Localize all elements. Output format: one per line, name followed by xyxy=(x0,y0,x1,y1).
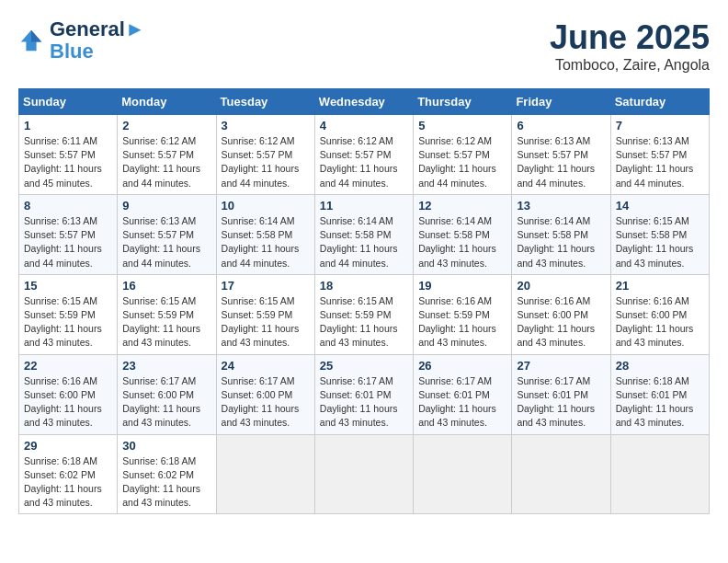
calendar-week-1: 1 Sunrise: 6:11 AM Sunset: 5:57 PM Dayli… xyxy=(19,115,710,195)
day-number: 1 xyxy=(24,119,112,132)
day-detail: Sunrise: 6:13 AM Sunset: 5:57 PM Dayligh… xyxy=(517,134,605,190)
day-number: 9 xyxy=(122,199,210,213)
calendar-header-row: SundayMondayTuesdayWednesdayThursdayFrid… xyxy=(19,89,710,115)
day-number: 14 xyxy=(616,199,704,213)
day-number: 30 xyxy=(122,439,210,453)
day-detail: Sunrise: 6:18 AM Sunset: 6:02 PM Dayligh… xyxy=(24,454,112,511)
day-number: 26 xyxy=(418,359,506,373)
day-detail: Sunrise: 6:15 AM Sunset: 5:59 PM Dayligh… xyxy=(122,294,210,350)
calendar-cell: 8 Sunrise: 6:13 AM Sunset: 5:57 PM Dayli… xyxy=(19,194,118,274)
calendar-cell xyxy=(216,434,314,514)
day-detail: Sunrise: 6:17 AM Sunset: 6:01 PM Dayligh… xyxy=(418,374,506,431)
calendar-cell: 15 Sunrise: 6:15 AM Sunset: 5:59 PM Dayl… xyxy=(19,274,118,354)
calendar-week-4: 22 Sunrise: 6:16 AM Sunset: 6:00 PM Dayl… xyxy=(19,354,710,434)
calendar-cell: 1 Sunrise: 6:11 AM Sunset: 5:57 PM Dayli… xyxy=(19,115,118,195)
calendar-cell: 22 Sunrise: 6:16 AM Sunset: 6:00 PM Dayl… xyxy=(19,354,118,434)
calendar-header-wednesday: Wednesday xyxy=(314,89,413,115)
day-detail: Sunrise: 6:18 AM Sunset: 6:02 PM Dayligh… xyxy=(122,454,210,511)
calendar-cell: 11 Sunrise: 6:14 AM Sunset: 5:58 PM Dayl… xyxy=(314,194,413,274)
day-detail: Sunrise: 6:14 AM Sunset: 5:58 PM Dayligh… xyxy=(517,214,605,270)
logo: General► Blue xyxy=(18,18,145,63)
day-number: 12 xyxy=(418,199,506,213)
day-number: 3 xyxy=(222,119,310,132)
calendar-cell: 5 Sunrise: 6:12 AM Sunset: 5:57 PM Dayli… xyxy=(414,115,512,195)
calendar-cell: 18 Sunrise: 6:15 AM Sunset: 5:59 PM Dayl… xyxy=(314,274,413,354)
svg-marker-1 xyxy=(31,30,41,42)
calendar-cell: 4 Sunrise: 6:12 AM Sunset: 5:57 PM Dayli… xyxy=(314,115,413,195)
calendar-table: SundayMondayTuesdayWednesdayThursdayFrid… xyxy=(18,88,710,514)
day-number: 28 xyxy=(616,359,704,373)
day-detail: Sunrise: 6:12 AM Sunset: 5:57 PM Dayligh… xyxy=(320,134,408,190)
day-detail: Sunrise: 6:12 AM Sunset: 5:57 PM Dayligh… xyxy=(122,134,210,190)
day-detail: Sunrise: 6:16 AM Sunset: 5:59 PM Dayligh… xyxy=(418,294,506,350)
calendar-cell xyxy=(610,434,709,514)
day-detail: Sunrise: 6:17 AM Sunset: 6:00 PM Dayligh… xyxy=(122,374,210,431)
day-number: 21 xyxy=(616,279,704,293)
calendar-cell: 17 Sunrise: 6:15 AM Sunset: 5:59 PM Dayl… xyxy=(216,274,314,354)
calendar-cell: 14 Sunrise: 6:15 AM Sunset: 5:58 PM Dayl… xyxy=(610,194,709,274)
calendar-cell: 6 Sunrise: 6:13 AM Sunset: 5:57 PM Dayli… xyxy=(512,115,610,195)
day-number: 22 xyxy=(24,359,112,373)
calendar-cell: 30 Sunrise: 6:18 AM Sunset: 6:02 PM Dayl… xyxy=(118,434,216,514)
day-number: 18 xyxy=(320,279,408,293)
calendar-header-saturday: Saturday xyxy=(610,89,709,115)
calendar-week-5: 29 Sunrise: 6:18 AM Sunset: 6:02 PM Dayl… xyxy=(19,434,710,514)
logo-text: General► Blue xyxy=(50,18,145,63)
calendar-header-tuesday: Tuesday xyxy=(216,89,314,115)
day-detail: Sunrise: 6:12 AM Sunset: 5:57 PM Dayligh… xyxy=(222,134,310,190)
day-detail: Sunrise: 6:11 AM Sunset: 5:57 PM Dayligh… xyxy=(24,134,112,190)
calendar-week-3: 15 Sunrise: 6:15 AM Sunset: 5:59 PM Dayl… xyxy=(19,274,710,354)
calendar-cell: 16 Sunrise: 6:15 AM Sunset: 5:59 PM Dayl… xyxy=(118,274,216,354)
day-number: 7 xyxy=(616,119,704,132)
day-number: 27 xyxy=(517,359,605,373)
day-detail: Sunrise: 6:13 AM Sunset: 5:57 PM Dayligh… xyxy=(122,214,210,270)
calendar-cell: 19 Sunrise: 6:16 AM Sunset: 5:59 PM Dayl… xyxy=(414,274,512,354)
day-detail: Sunrise: 6:14 AM Sunset: 5:58 PM Dayligh… xyxy=(222,214,310,270)
day-detail: Sunrise: 6:13 AM Sunset: 5:57 PM Dayligh… xyxy=(616,134,704,190)
day-detail: Sunrise: 6:12 AM Sunset: 5:57 PM Dayligh… xyxy=(418,134,506,190)
day-detail: Sunrise: 6:18 AM Sunset: 6:01 PM Dayligh… xyxy=(616,374,704,431)
calendar-header-sunday: Sunday xyxy=(19,89,118,115)
day-number: 6 xyxy=(517,119,605,132)
day-detail: Sunrise: 6:14 AM Sunset: 5:58 PM Dayligh… xyxy=(418,214,506,270)
day-number: 25 xyxy=(320,359,408,373)
month-title: June 2025 xyxy=(550,18,710,57)
day-detail: Sunrise: 6:15 AM Sunset: 5:58 PM Dayligh… xyxy=(616,214,704,270)
day-number: 20 xyxy=(517,279,605,293)
day-number: 15 xyxy=(24,279,112,293)
calendar-header-monday: Monday xyxy=(118,89,216,115)
calendar-week-2: 8 Sunrise: 6:13 AM Sunset: 5:57 PM Dayli… xyxy=(19,194,710,274)
calendar-cell: 10 Sunrise: 6:14 AM Sunset: 5:58 PM Dayl… xyxy=(216,194,314,274)
logo-icon xyxy=(18,28,44,53)
calendar-cell xyxy=(314,434,413,514)
day-detail: Sunrise: 6:17 AM Sunset: 6:01 PM Dayligh… xyxy=(517,374,605,431)
day-detail: Sunrise: 6:16 AM Sunset: 6:00 PM Dayligh… xyxy=(616,294,704,350)
day-detail: Sunrise: 6:15 AM Sunset: 5:59 PM Dayligh… xyxy=(222,294,310,350)
day-number: 8 xyxy=(24,199,112,213)
location: Tomboco, Zaire, Angola xyxy=(550,57,710,74)
calendar-cell: 2 Sunrise: 6:12 AM Sunset: 5:57 PM Dayli… xyxy=(118,115,216,195)
day-detail: Sunrise: 6:17 AM Sunset: 6:00 PM Dayligh… xyxy=(222,374,310,431)
day-number: 4 xyxy=(320,119,408,132)
calendar-cell xyxy=(414,434,512,514)
calendar-cell: 20 Sunrise: 6:16 AM Sunset: 6:00 PM Dayl… xyxy=(512,274,610,354)
calendar-cell xyxy=(512,434,610,514)
calendar-cell: 25 Sunrise: 6:17 AM Sunset: 6:01 PM Dayl… xyxy=(314,354,413,434)
calendar-cell: 21 Sunrise: 6:16 AM Sunset: 6:00 PM Dayl… xyxy=(610,274,709,354)
calendar-cell: 9 Sunrise: 6:13 AM Sunset: 5:57 PM Dayli… xyxy=(118,194,216,274)
day-detail: Sunrise: 6:13 AM Sunset: 5:57 PM Dayligh… xyxy=(24,214,112,270)
title-block: June 2025 Tomboco, Zaire, Angola xyxy=(550,18,710,74)
calendar-cell: 7 Sunrise: 6:13 AM Sunset: 5:57 PM Dayli… xyxy=(610,115,709,195)
calendar-cell: 29 Sunrise: 6:18 AM Sunset: 6:02 PM Dayl… xyxy=(19,434,118,514)
day-number: 23 xyxy=(122,359,210,373)
calendar-cell: 26 Sunrise: 6:17 AM Sunset: 6:01 PM Dayl… xyxy=(414,354,512,434)
calendar-cell: 12 Sunrise: 6:14 AM Sunset: 5:58 PM Dayl… xyxy=(414,194,512,274)
day-detail: Sunrise: 6:16 AM Sunset: 6:00 PM Dayligh… xyxy=(24,374,112,431)
day-detail: Sunrise: 6:16 AM Sunset: 6:00 PM Dayligh… xyxy=(517,294,605,350)
day-detail: Sunrise: 6:17 AM Sunset: 6:01 PM Dayligh… xyxy=(320,374,408,431)
calendar-header-friday: Friday xyxy=(512,89,610,115)
day-number: 17 xyxy=(222,279,310,293)
calendar-cell: 13 Sunrise: 6:14 AM Sunset: 5:58 PM Dayl… xyxy=(512,194,610,274)
day-number: 5 xyxy=(418,119,506,132)
day-number: 29 xyxy=(24,439,112,453)
